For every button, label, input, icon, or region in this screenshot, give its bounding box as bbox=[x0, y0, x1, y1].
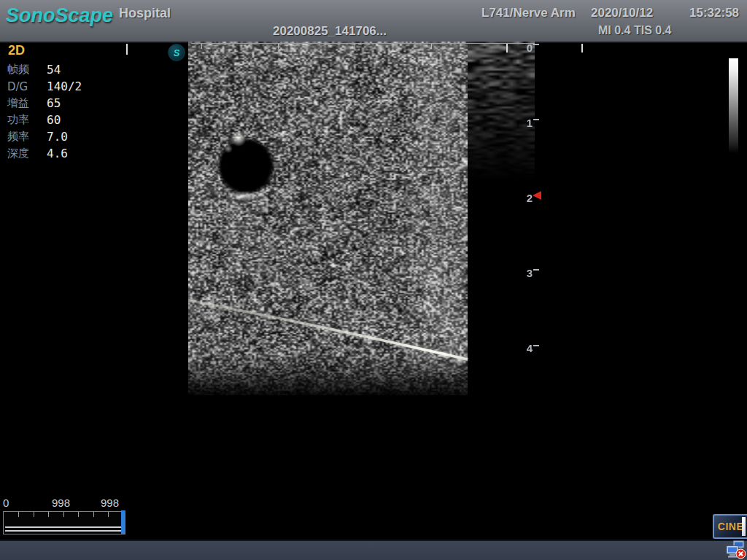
param-value: 4.6 bbox=[47, 147, 68, 160]
cine-track-tick bbox=[48, 512, 49, 517]
param-row-power: 功率 60 bbox=[7, 112, 82, 128]
scale-tick bbox=[278, 44, 279, 49]
depth-ruler-tick bbox=[533, 44, 539, 45]
param-label: 增益 bbox=[7, 96, 47, 110]
depth-ruler-tick bbox=[533, 269, 539, 271]
probe-orientation-icon: S bbox=[168, 44, 185, 61]
param-label: 功率 bbox=[7, 113, 47, 127]
cine-progress-line bbox=[5, 530, 122, 532]
cine-track-tick bbox=[108, 512, 109, 517]
param-label: 频率 bbox=[7, 130, 47, 144]
scale-tick bbox=[431, 44, 432, 49]
cine-track-tick bbox=[18, 512, 19, 517]
param-value: 65 bbox=[47, 96, 61, 110]
cine-track-tick bbox=[63, 512, 64, 517]
depth-ruler-label-1: 1 bbox=[516, 117, 533, 129]
param-label: 深度 bbox=[7, 147, 47, 160]
param-value: 140/2 bbox=[47, 79, 82, 93]
cine-track-tick bbox=[78, 512, 79, 517]
scale-tick bbox=[201, 44, 202, 49]
cine-progress-line bbox=[5, 526, 122, 528]
param-row-depth: 深度 4.6 bbox=[7, 145, 82, 162]
depth-ruler-label-3: 3 bbox=[516, 267, 533, 279]
param-label: D/G bbox=[7, 80, 47, 93]
cine-track-tick bbox=[34, 512, 34, 517]
cine-button-label: CINE bbox=[718, 521, 743, 532]
param-value: 7.0 bbox=[47, 130, 68, 144]
system-time: 15:32:58 bbox=[689, 6, 739, 20]
ultrasound-speckle-canvas bbox=[188, 42, 535, 395]
grayscale-map-bar bbox=[729, 58, 738, 153]
probe-orientation-letter: S bbox=[174, 47, 180, 58]
cine-total-frames: 998 bbox=[101, 497, 119, 509]
cine-position-marker[interactable] bbox=[121, 510, 125, 534]
system-date: 2020/10/12 bbox=[591, 6, 653, 20]
param-row-dynamic-gray: D/G 140/2 bbox=[7, 78, 82, 95]
focus-marker-icon bbox=[533, 191, 541, 200]
param-label: 帧频 bbox=[7, 63, 47, 77]
mode-2d-label: 2D bbox=[8, 43, 25, 58]
scale-tick bbox=[581, 44, 583, 52]
param-value: 54 bbox=[47, 63, 61, 77]
cine-current-frame: 998 bbox=[52, 497, 70, 509]
sonoscape-logo: SonoScape bbox=[6, 4, 113, 27]
param-row-frequency: 频率 7.0 bbox=[7, 128, 82, 145]
param-value: 60 bbox=[47, 113, 61, 127]
param-row-frame-rate: 帧频 54 bbox=[7, 61, 82, 78]
depth-ruler-label-0: 0 bbox=[516, 42, 533, 54]
depth-ruler-label-4: 4 bbox=[516, 342, 533, 354]
depth-ruler-tick bbox=[533, 345, 539, 346]
exam-id: 20200825_141706... bbox=[273, 24, 387, 39]
probe-preset: L741/Nerve Arm bbox=[481, 6, 576, 20]
cine-button[interactable]: CINE bbox=[713, 514, 747, 539]
ultrasound-image bbox=[188, 42, 535, 395]
depth-ruler-label-2: 2 bbox=[516, 192, 533, 204]
cine-start-frame: 0 bbox=[3, 497, 9, 509]
scale-tick bbox=[126, 44, 128, 55]
ultrasound-screen: SonoScape Hospital 20200825_141706... L7… bbox=[0, 0, 747, 560]
cine-button-edge bbox=[742, 517, 746, 536]
cine-scrubber-track[interactable] bbox=[3, 511, 125, 534]
scale-tick bbox=[506, 44, 508, 52]
top-status-bar: SonoScape Hospital 20200825_141706... L7… bbox=[0, 0, 747, 43]
scale-tick bbox=[355, 44, 355, 49]
param-row-gain: 增益 65 bbox=[7, 95, 82, 112]
hospital-name: Hospital bbox=[119, 6, 171, 21]
horizontal-scale-line bbox=[191, 43, 535, 44]
cine-track-tick bbox=[93, 512, 94, 517]
network-disconnected-icon[interactable] bbox=[726, 540, 746, 559]
imaging-parameters: 帧频 54 D/G 140/2 增益 65 功率 60 频率 7.0 深度 4.… bbox=[7, 61, 82, 162]
bottom-status-bar bbox=[0, 540, 747, 560]
depth-ruler-tick bbox=[533, 119, 539, 120]
acoustic-output-readout: MI 0.4 TIS 0.4 bbox=[598, 24, 671, 37]
